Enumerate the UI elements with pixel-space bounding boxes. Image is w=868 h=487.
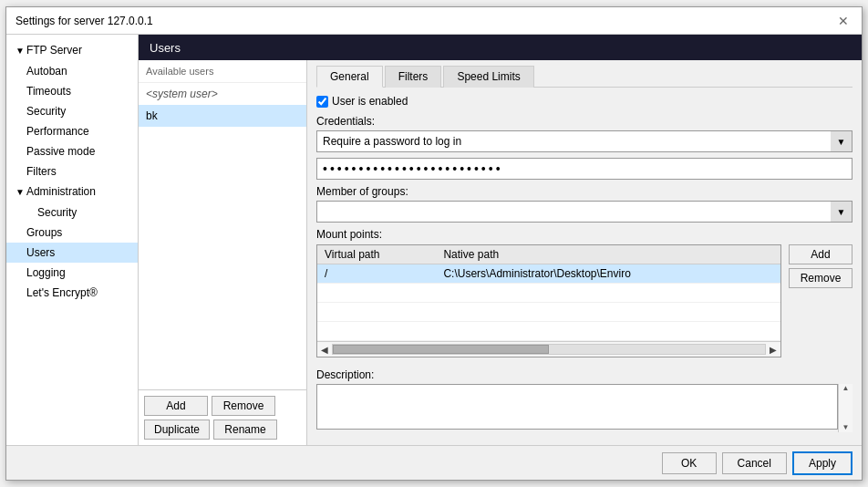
scrollbar-thumb — [333, 345, 549, 354]
section-header: Users — [139, 35, 862, 60]
users-list: <system user> bk — [139, 83, 306, 389]
cell-native-path: C:\Users\Administrator\Desktop\Enviro — [436, 264, 780, 284]
sidebar-item-users[interactable]: Users — [6, 243, 138, 263]
mount-points-row: Mount points: Virtual path Native path — [316, 228, 852, 363]
users-panel-header: Available users — [139, 60, 306, 83]
table-row-empty3 — [317, 322, 780, 341]
settings-window: Settings for server 127.0.0.1 ✕ ▼FTP Ser… — [5, 6, 863, 481]
add-mount-button[interactable]: Add — [789, 244, 852, 264]
main-content: Users Available users <system user> bk A… — [139, 35, 862, 445]
window-body: ▼FTP Server Autoban Timeouts Security Pe… — [6, 35, 862, 445]
content-area: Available users <system user> bk Add Rem… — [139, 60, 862, 445]
cell-virtual-path: / — [317, 264, 436, 284]
sidebar-item-groups[interactable]: Groups — [6, 223, 138, 243]
groups-select-wrapper: ▼ — [316, 201, 852, 223]
sidebar: ▼FTP Server Autoban Timeouts Security Pe… — [6, 35, 139, 445]
scrollbar-track[interactable] — [332, 344, 766, 355]
tab-filters[interactable]: Filters — [385, 66, 442, 88]
users-panel: Available users <system user> bk Add Rem… — [139, 60, 307, 445]
sidebar-item-filters[interactable]: Filters — [6, 161, 138, 181]
user-item-bk[interactable]: bk — [139, 105, 306, 127]
sidebar-item-security[interactable]: Security — [6, 101, 138, 121]
expand-icon-admin: ▼ — [16, 187, 25, 197]
sidebar-item-letsencrypt[interactable]: Let's Encrypt® — [6, 283, 138, 303]
mount-table-wrapper: Virtual path Native path / C:\Users\Admi… — [316, 244, 781, 357]
detail-panel: General Filters Speed Limits User is ena… — [307, 60, 862, 445]
col-virtual-path: Virtual path — [317, 245, 436, 264]
sidebar-item-administration[interactable]: ▼Administration — [6, 181, 138, 202]
credentials-select-wrapper: Require a password to log in ▼ — [316, 130, 852, 152]
groups-label: Member of groups: — [316, 185, 852, 198]
table-row[interactable]: / C:\Users\Administrator\Desktop\Enviro — [317, 264, 780, 284]
sidebar-item-ftp-server[interactable]: ▼FTP Server — [6, 40, 138, 61]
mount-points-label: Mount points: — [316, 228, 852, 241]
mount-buttons: Add Remove — [789, 244, 852, 357]
textarea-wrapper: ▲ ▼ — [316, 384, 852, 432]
window-title: Settings for server 127.0.0.1 — [16, 15, 153, 27]
table-row-empty2 — [317, 303, 780, 322]
cancel-button[interactable]: Cancel — [722, 452, 787, 474]
mount-horizontal-scrollbar[interactable]: ◀ ▶ — [317, 341, 780, 357]
remove-mount-button[interactable]: Remove — [789, 268, 852, 288]
add-user-button[interactable]: Add — [144, 396, 208, 416]
tab-general[interactable]: General — [316, 66, 383, 88]
remove-user-button[interactable]: Remove — [212, 396, 275, 416]
sidebar-item-performance[interactable]: Performance — [6, 121, 138, 141]
credentials-row: Credentials: Require a password to log i… — [316, 115, 852, 152]
mount-table: Virtual path Native path / C:\Users\Admi… — [317, 245, 780, 341]
scroll-left-arrow[interactable]: ◀ — [319, 345, 330, 355]
mount-container: Virtual path Native path / C:\Users\Admi… — [316, 244, 852, 357]
user-enabled-row: User is enabled — [316, 95, 852, 108]
password-row — [316, 158, 852, 180]
ok-button[interactable]: OK — [662, 452, 717, 474]
table-row-empty — [317, 284, 780, 303]
user-enabled-label: User is enabled — [332, 95, 408, 108]
scroll-down-btn[interactable]: ▼ — [842, 424, 850, 431]
bottom-bar: OK Cancel Apply — [6, 445, 862, 480]
credentials-label: Credentials: — [316, 115, 852, 128]
rename-user-button[interactable]: Rename — [213, 420, 277, 440]
user-enabled-checkbox[interactable] — [316, 96, 328, 108]
description-label: Description: — [316, 368, 852, 381]
expand-icon: ▼ — [16, 46, 25, 56]
title-bar: Settings for server 127.0.0.1 ✕ — [6, 7, 862, 35]
tab-speed-limits[interactable]: Speed Limits — [443, 66, 533, 88]
sidebar-item-admin-security[interactable]: Security — [6, 202, 138, 223]
sidebar-item-passive-mode[interactable]: Passive mode — [6, 141, 138, 161]
textarea-scrollbar[interactable]: ▲ ▼ — [838, 384, 852, 432]
description-textarea[interactable] — [316, 384, 838, 430]
user-item-system[interactable]: <system user> — [139, 83, 306, 105]
apply-button[interactable]: Apply — [792, 451, 852, 475]
groups-select[interactable] — [316, 201, 852, 223]
scroll-up-btn[interactable]: ▲ — [842, 385, 850, 392]
password-input[interactable] — [316, 158, 852, 180]
users-actions: Add Remove Duplicate Rename — [139, 389, 306, 445]
sidebar-item-timeouts[interactable]: Timeouts — [6, 81, 138, 101]
description-row: Description: ▲ ▼ — [316, 368, 852, 432]
scroll-right-arrow[interactable]: ▶ — [768, 345, 779, 355]
sidebar-item-autoban[interactable]: Autoban — [6, 61, 138, 81]
groups-row: Member of groups: ▼ — [316, 185, 852, 223]
tabs: General Filters Speed Limits — [316, 66, 852, 88]
sidebar-item-logging[interactable]: Logging — [6, 263, 138, 283]
col-native-path: Native path — [436, 245, 780, 264]
credentials-select[interactable]: Require a password to log in — [316, 130, 852, 152]
duplicate-user-button[interactable]: Duplicate — [144, 420, 210, 440]
close-button[interactable]: ✕ — [834, 14, 852, 28]
